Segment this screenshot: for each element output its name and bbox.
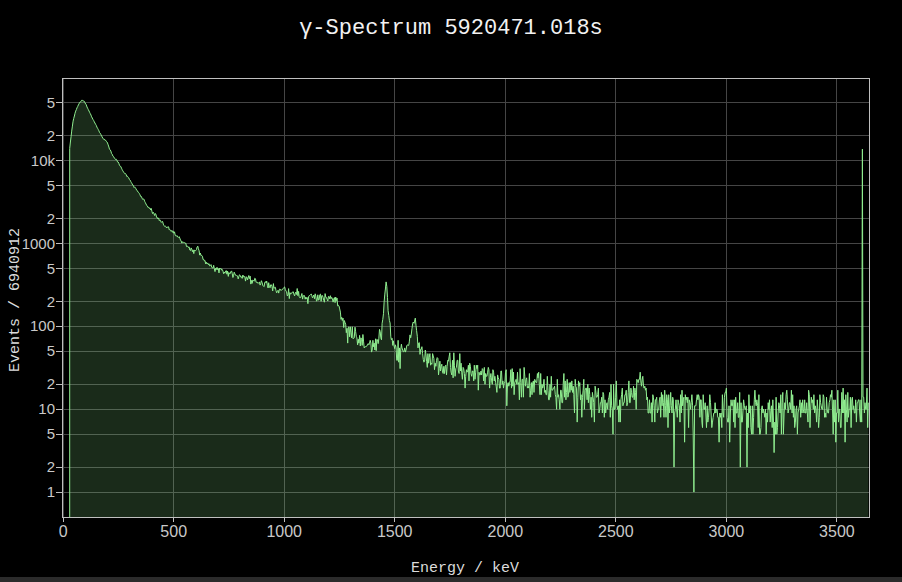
spectrum-curve bbox=[70, 100, 869, 517]
x-tick-label: 2000 bbox=[488, 523, 524, 541]
y-tick-label: 1 bbox=[3, 482, 55, 502]
x-tick-label: 2500 bbox=[598, 523, 634, 541]
bottom-scrollbar[interactable] bbox=[0, 577, 902, 582]
y-tick-label: 2 bbox=[3, 457, 55, 477]
y-tick-label: 100 bbox=[3, 316, 55, 336]
spectrum-fill bbox=[70, 100, 869, 517]
x-tick-label: 3000 bbox=[709, 523, 745, 541]
x-tick-label: 1000 bbox=[266, 523, 302, 541]
x-tick-label: 1500 bbox=[377, 523, 413, 541]
spectrum-window: γ-Spectrum 5920471.018s Events / 6940912… bbox=[0, 0, 902, 582]
y-tick-label: 5 bbox=[3, 259, 55, 279]
y-tick-label: 2 bbox=[3, 126, 55, 146]
y-tick-label: 5 bbox=[3, 424, 55, 444]
y-tick-label: 2 bbox=[3, 374, 55, 394]
y-tick-label: 1000 bbox=[3, 234, 55, 254]
y-tick-label: 5 bbox=[3, 176, 55, 196]
x-tick-label: 3500 bbox=[819, 523, 855, 541]
x-axis-title: Energy / keV bbox=[411, 560, 519, 577]
spectrum-plot[interactable] bbox=[0, 0, 902, 582]
y-tick-label: 5 bbox=[3, 93, 55, 113]
y-tick-label: 10 bbox=[3, 399, 55, 419]
y-tick-label: 2 bbox=[3, 209, 55, 229]
x-tick-label: 0 bbox=[59, 523, 68, 541]
x-tick-label: 500 bbox=[160, 523, 187, 541]
y-tick-label: 5 bbox=[3, 341, 55, 361]
y-tick-label: 10k bbox=[3, 151, 55, 171]
y-tick-label: 2 bbox=[3, 292, 55, 312]
